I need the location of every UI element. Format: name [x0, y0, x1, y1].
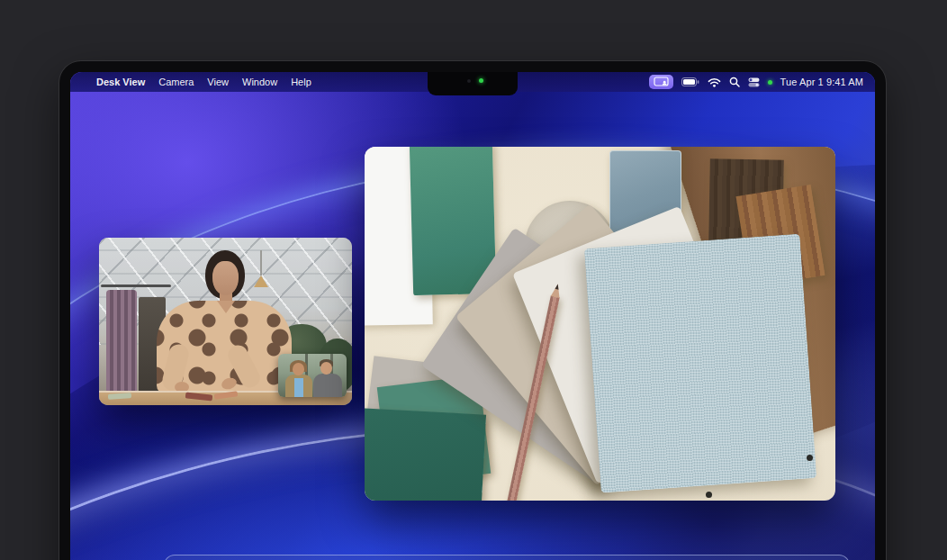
facetime-call-window[interactable]	[99, 238, 352, 405]
pip-person-left-face	[293, 363, 304, 375]
fabric-snap-button	[807, 455, 813, 461]
desk-swatch-red	[185, 392, 213, 401]
participant-face	[212, 261, 239, 295]
display-notch	[428, 72, 518, 95]
camera-led-indicator	[479, 78, 483, 83]
self-view-pip[interactable]	[278, 354, 347, 397]
app-menu-desk-view[interactable]: Desk View	[96, 77, 145, 87]
control-center-icon[interactable]	[748, 77, 760, 87]
pip-person-left-shirt	[294, 378, 303, 397]
desk-swatch-green	[108, 393, 131, 400]
battery-icon[interactable]	[681, 77, 699, 86]
pip-person-right-face	[320, 362, 332, 375]
dark-teal-square-tile	[365, 409, 486, 501]
camera-lens	[467, 79, 471, 83]
menu-window[interactable]: Window	[242, 77, 277, 87]
blouse-collar	[217, 301, 235, 313]
menu-bar-left: Desk View Camera View Window Help	[70, 77, 311, 87]
screen-sharing-indicator[interactable]	[649, 75, 673, 89]
pip-person-right-body	[313, 374, 342, 397]
wifi-icon[interactable]	[708, 77, 721, 87]
screen-share-icon	[654, 77, 669, 87]
menu-camera[interactable]: Camera	[158, 77, 194, 87]
menu-bar-status: Tue Apr 1 9:41 AM	[649, 75, 875, 89]
laptop-screen: Desk View Camera View Window Help	[70, 72, 875, 560]
desk-swatch-tan	[214, 391, 239, 400]
desk-view-window[interactable]	[365, 147, 835, 501]
menu-help[interactable]: Help	[291, 77, 311, 87]
fabric-snap-button-2	[706, 492, 712, 498]
menu-bar-clock[interactable]: Tue Apr 1 9:41 AM	[780, 77, 863, 87]
screenshot-canvas: Desk View Camera View Window Help	[0, 0, 947, 560]
background-window-edge[interactable]	[164, 555, 850, 560]
camera-active-dot	[768, 80, 772, 85]
spotlight-search-icon[interactable]	[729, 77, 740, 87]
menu-view[interactable]: View	[207, 77, 229, 87]
fabric-swatch-blue	[584, 234, 816, 493]
